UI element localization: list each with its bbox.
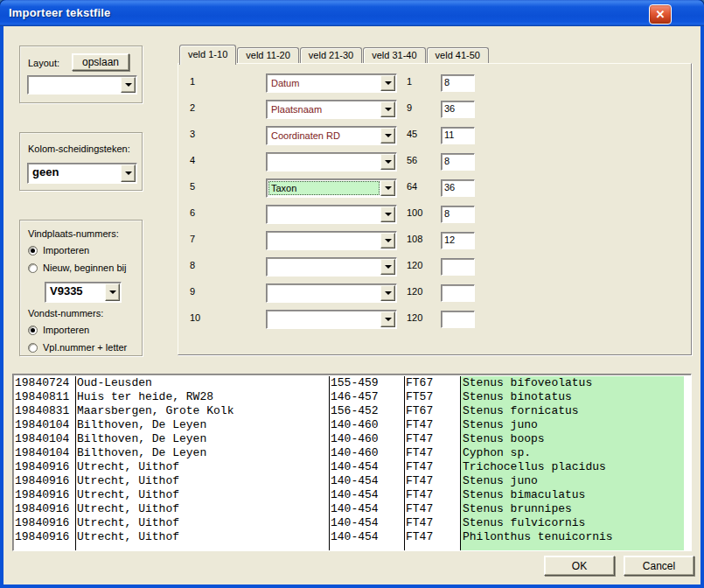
field-width-input[interactable]: 36 [441, 179, 475, 197]
close-button[interactable]: ✕ [649, 4, 672, 24]
chevron-down-icon[interactable] [380, 285, 395, 301]
chevron-down-icon[interactable] [380, 259, 395, 275]
field-combo-2[interactable]: Plaatsnaam [266, 100, 397, 119]
table-row: 19840916Utrecht, Uithof140-454FT47Stenus… [13, 502, 691, 516]
field-width-input[interactable] [441, 311, 475, 328]
field-row-index: 6 [190, 207, 211, 218]
empty-cell [404, 544, 460, 550]
chevron-down-icon[interactable] [380, 312, 395, 327]
radio-vondst-importeren[interactable]: Importeren [28, 324, 89, 336]
field-width-input[interactable]: 36 [441, 101, 475, 118]
gridcode-cell: FT47 [404, 530, 460, 544]
ok-button[interactable]: OK [544, 556, 615, 576]
tab-veld-31-40[interactable]: veld 31-40 [363, 47, 425, 64]
coordinates-cell: 140-454 [329, 488, 404, 502]
field-width-input[interactable]: 12 [441, 232, 475, 249]
empty-cell [329, 544, 404, 550]
table-row: 19840811Huis ter heide, RW28146-457FT57S… [13, 390, 691, 404]
cancel-button[interactable]: Cancel [624, 556, 694, 576]
taxon-cell: Stenus binotatus [460, 390, 684, 404]
taxon-cell: Stenus bimaculatus [460, 488, 684, 502]
place-cell: Utrecht, Uithof [75, 516, 329, 530]
radio-label: Importeren [43, 325, 89, 335]
row-spacer [684, 530, 691, 544]
field-width-input[interactable]: 8 [441, 153, 475, 171]
field-combo-value [268, 286, 380, 300]
date-cell: 19840104 [13, 446, 75, 460]
field-width-input[interactable] [441, 258, 475, 276]
field-combo-5[interactable]: Taxon [266, 178, 397, 198]
tab-veld-21-30[interactable]: veld 21-30 [300, 47, 362, 64]
layout-combo[interactable] [27, 75, 137, 94]
field-width-input[interactable]: 11 [441, 127, 475, 144]
date-cell: 19840916 [13, 488, 75, 502]
separator-combo[interactable]: geen [27, 163, 137, 184]
field-start-position: 108 [407, 234, 436, 244]
radio-icon [28, 326, 38, 335]
taxon-cell: Stenus juno [460, 474, 684, 488]
row-spacer [684, 474, 691, 488]
field-combo-value: Taxon [268, 181, 380, 195]
import-preview-table[interactable]: 19840724Oud-Leusden155-459FT67Stenus bif… [12, 374, 692, 551]
chevron-down-icon[interactable] [380, 180, 395, 196]
field-combo-6[interactable] [266, 205, 397, 224]
separator-label: Kolom-scheidingsteken: [28, 144, 130, 154]
coordinates-cell: 140-454 [329, 474, 404, 488]
chevron-down-icon[interactable] [380, 206, 395, 222]
place-cell: Utrecht, Uithof [75, 474, 329, 488]
gridcode-cell: FT47 [404, 502, 460, 516]
tab-veld-11-20[interactable]: veld 11-20 [237, 47, 299, 64]
gridcode-cell: FT47 [404, 516, 460, 530]
taxon-cell: Stenus bifoveolatus [460, 376, 684, 390]
date-cell: 19840916 [13, 474, 75, 488]
field-mapping-panel: 1Datum182Plaatsnaam9363Coordinaten RD451… [178, 63, 692, 355]
field-width-input[interactable]: 8 [441, 206, 475, 223]
coordinates-cell: 140-460 [329, 446, 404, 460]
place-cell: Utrecht, Uithof [75, 502, 329, 516]
chevron-down-icon[interactable] [380, 102, 395, 117]
close-icon: ✕ [656, 8, 666, 21]
field-combo-9[interactable] [266, 284, 397, 303]
field-combo-value [268, 260, 380, 274]
chevron-down-icon[interactable] [380, 233, 395, 248]
radio-vindplaats-importeren[interactable]: Importeren [28, 244, 89, 256]
chevron-down-icon[interactable] [380, 154, 395, 170]
chevron-down-icon[interactable] [380, 128, 395, 144]
field-combo-value: Datum [268, 76, 380, 90]
row-spacer [684, 544, 691, 550]
date-cell: 19840811 [13, 390, 75, 404]
chevron-down-icon[interactable] [121, 164, 136, 182]
place-cell: Utrecht, Uithof [75, 460, 329, 474]
field-combo-10[interactable] [266, 310, 397, 329]
radio-vindplaats-nieuw[interactable]: Nieuw, beginnen bij [28, 262, 126, 274]
table-row: 19840916Utrecht, Uithof140-454FT47Stenus… [13, 516, 691, 530]
chevron-down-icon[interactable] [380, 75, 395, 91]
numbers-groupbox: Vindplaats-nummers: Importeren Nieuw, be… [19, 220, 143, 356]
field-combo-7[interactable] [266, 231, 397, 250]
title-bar: Importeer tekstfile ✕ [0, 0, 704, 26]
row-spacer [684, 460, 691, 474]
vindplaats-label: Vindplaats-nummers: [28, 228, 119, 239]
empty-cell [460, 544, 684, 550]
place-cell: Utrecht, Uithof [75, 488, 329, 502]
vindplaats-start-combo[interactable]: V9335 [45, 282, 122, 303]
field-combo-1[interactable]: Datum [266, 74, 397, 93]
gridcode-cell: FT47 [404, 460, 460, 474]
row-spacer [684, 516, 691, 530]
save-layout-button[interactable]: opslaan [72, 53, 129, 71]
chevron-down-icon[interactable] [105, 284, 120, 301]
field-combo-value: Plaatsnaam [268, 102, 380, 116]
field-combo-value [268, 312, 380, 326]
table-row: 19840104Bilthoven, De Leyen140-460FT47St… [13, 418, 691, 432]
radio-vondst-vplnummer[interactable]: Vpl.nummer + letter [28, 341, 127, 354]
field-row-index: 1 [190, 76, 211, 87]
field-width-input[interactable] [441, 284, 475, 302]
date-cell: 19840916 [13, 516, 75, 530]
field-combo-8[interactable] [266, 257, 397, 276]
chevron-down-icon[interactable] [121, 77, 136, 93]
tab-veld-41-50[interactable]: veld 41-50 [427, 47, 489, 64]
field-combo-4[interactable] [266, 152, 397, 172]
field-width-input[interactable]: 8 [441, 74, 475, 92]
tab-veld-1-10[interactable]: veld 1-10 [179, 45, 236, 65]
field-combo-3[interactable]: Coordinaten RD [266, 126, 397, 145]
